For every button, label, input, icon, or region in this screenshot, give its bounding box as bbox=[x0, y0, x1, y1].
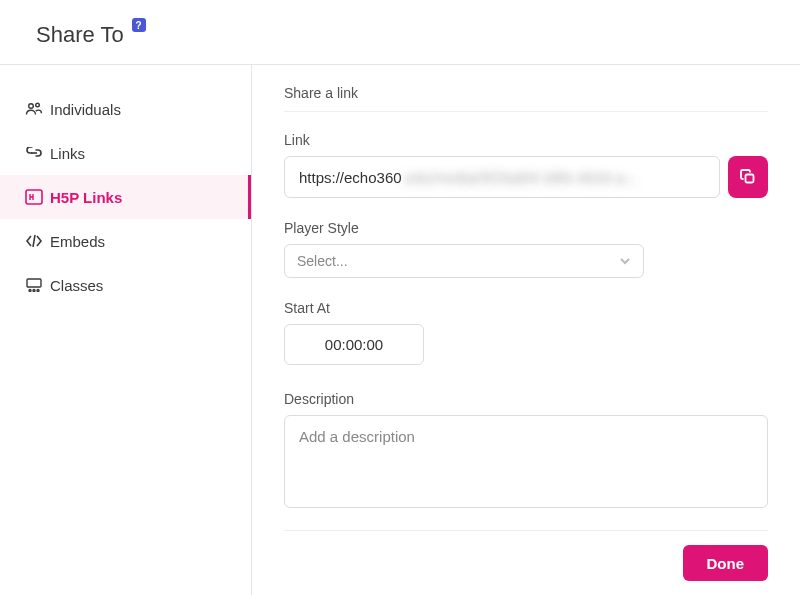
svg-point-0 bbox=[29, 104, 34, 109]
dialog-header: Share To ? bbox=[0, 0, 800, 65]
player-style-select[interactable]: Select... bbox=[284, 244, 644, 278]
svg-point-1 bbox=[36, 103, 40, 107]
sidebar-item-links[interactable]: Links bbox=[0, 131, 251, 175]
svg-rect-3 bbox=[27, 279, 41, 287]
sidebar-item-label: Links bbox=[50, 145, 85, 162]
player-style-label: Player Style bbox=[284, 220, 768, 236]
sidebar: Individuals Links H5P bbox=[0, 65, 252, 595]
svg-point-6 bbox=[37, 290, 39, 292]
sidebar-item-h5p-links[interactable]: H5P Links bbox=[0, 175, 251, 219]
link-icon bbox=[18, 147, 50, 159]
h5p-icon bbox=[18, 189, 50, 205]
section-title: Share a link bbox=[284, 85, 768, 112]
link-obscured-text: .edu/media/5f29abf4-38fe-4b33-a... bbox=[402, 169, 637, 186]
svg-point-5 bbox=[33, 290, 35, 292]
description-textarea[interactable] bbox=[284, 415, 768, 508]
people-icon bbox=[18, 102, 50, 116]
svg-rect-2 bbox=[26, 190, 42, 204]
code-icon bbox=[18, 235, 50, 247]
sidebar-item-individuals[interactable]: Individuals bbox=[0, 87, 251, 131]
copy-link-button[interactable] bbox=[728, 156, 768, 198]
sidebar-item-label: Embeds bbox=[50, 233, 105, 250]
sidebar-item-label: Individuals bbox=[50, 101, 121, 118]
copy-icon bbox=[739, 168, 757, 186]
start-at-label: Start At bbox=[284, 300, 768, 316]
link-label: Link bbox=[284, 132, 768, 148]
page-title: Share To bbox=[36, 22, 124, 48]
svg-rect-7 bbox=[746, 175, 754, 183]
link-visible-text: https://echo360 bbox=[299, 169, 402, 186]
dialog-footer: Done bbox=[284, 530, 768, 595]
sidebar-item-label: H5P Links bbox=[50, 189, 122, 206]
help-badge-icon[interactable]: ? bbox=[132, 18, 146, 32]
description-label: Description bbox=[284, 391, 768, 407]
sidebar-item-classes[interactable]: Classes bbox=[0, 263, 251, 307]
main-panel: Share a link Link https://echo360.edu/me… bbox=[252, 65, 800, 595]
svg-point-4 bbox=[29, 290, 31, 292]
share-link-input[interactable]: https://echo360.edu/media/5f29abf4-38fe-… bbox=[284, 156, 720, 198]
sidebar-item-label: Classes bbox=[50, 277, 103, 294]
done-button[interactable]: Done bbox=[683, 545, 769, 581]
class-icon bbox=[18, 278, 50, 292]
sidebar-item-embeds[interactable]: Embeds bbox=[0, 219, 251, 263]
start-at-input[interactable] bbox=[284, 324, 424, 365]
